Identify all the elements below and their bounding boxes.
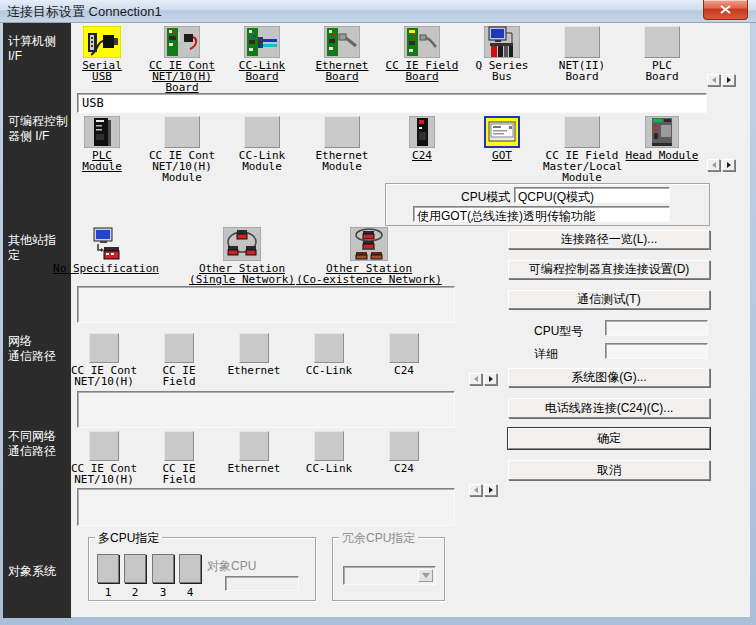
scroll-right-icon[interactable] — [484, 373, 497, 385]
chevron-down-icon — [418, 569, 433, 582]
multi-cpu-slot-number: 1 — [97, 586, 119, 599]
c24-route-icon — [389, 333, 419, 363]
close-button[interactable] — [703, 0, 748, 20]
network-route-scroll — [469, 373, 497, 385]
cpu-mode-box: CPU模式 QCPU(Q模式) 使用GOT(总线连接)透明传输功能 — [385, 183, 710, 226]
redundant-cpu-select — [343, 566, 436, 585]
plc-if-item-ethernet-module: Ethernet Module — [303, 116, 381, 172]
scroll-left-icon[interactable] — [707, 159, 720, 171]
scroll-right-icon[interactable] — [722, 159, 735, 171]
multi-cpu-slot-2[interactable] — [124, 554, 146, 583]
other-station-no-specification[interactable]: No Specification — [41, 227, 171, 274]
plc-board-icon — [644, 26, 680, 58]
window-title: 连接目标设置 Connection1 — [7, 3, 162, 21]
network-route-cc-link: CC-Link — [292, 333, 366, 376]
got-icon[interactable] — [484, 116, 520, 148]
plc-direct-connection-button[interactable]: 可编程控制器直接连接设置(D) — [508, 260, 710, 279]
target-cpu-field — [225, 576, 299, 591]
redundant-cpu-group: 冗余CPU指定 — [332, 537, 445, 601]
pc-if-scroll — [707, 74, 735, 86]
pc-if-item-cc-link-board[interactable]: CC-Link Board — [223, 26, 301, 82]
multi-cpu-slot-3[interactable] — [152, 554, 174, 583]
plc-if-item-plc-module[interactable]: PLC Module — [63, 116, 141, 172]
diff-network-route-c24: C24 — [367, 431, 441, 474]
multi-cpu-slot-1[interactable] — [97, 554, 119, 583]
serial-usb-icon[interactable] — [83, 26, 121, 58]
scroll-left-icon[interactable] — [469, 484, 482, 496]
diff-network-route-listbox[interactable] — [77, 488, 455, 526]
network-route-c24: C24 — [367, 333, 441, 376]
cc-link-route-icon — [314, 333, 344, 363]
section-sidebar: 计算机侧 I/F 可编程控制 器侧 I/F 其他站指 定 网络 通信路径 不同网… — [3, 23, 71, 618]
network-route-cc-ie-field: CC IE Field — [142, 333, 216, 387]
head-module-icon[interactable] — [645, 116, 679, 148]
cc-link-board-icon[interactable] — [244, 26, 280, 58]
plc-if-scroll — [707, 159, 735, 171]
detail-field — [605, 343, 708, 359]
ethernet-board-icon[interactable] — [324, 26, 360, 58]
title-bar[interactable]: 连接目标设置 Connection1 — [0, 0, 756, 23]
ethernet-route-icon — [239, 431, 269, 461]
section-label-pc-if: 计算机侧 I/F — [8, 34, 70, 64]
multi-cpu-slot-4[interactable] — [179, 554, 201, 583]
c24-icon[interactable] — [409, 116, 435, 148]
cpu-mode-field: QCPU(Q模式) — [514, 187, 670, 203]
cc-ie-field-route-icon — [164, 333, 194, 363]
c24-route-icon — [389, 431, 419, 461]
network-route-listbox[interactable] — [77, 391, 455, 428]
connection-channel-list-button[interactable]: 连接路径一览(L)... — [508, 230, 710, 249]
dialog-body: 计算机侧 I/F 可编程控制 器侧 I/F 其他站指 定 网络 通信路径 不同网… — [3, 22, 750, 617]
section-label-network-route: 网络 通信路径 — [8, 334, 70, 364]
multi-cpu-title: 多CPU指定 — [95, 530, 162, 547]
cancel-button[interactable]: 取消 — [508, 460, 710, 480]
cc-ie-cont-route-icon — [89, 333, 119, 363]
pc-if-item-ethernet-board[interactable]: Ethernet Board — [303, 26, 381, 82]
scroll-right-icon[interactable] — [722, 74, 735, 86]
plc-if-item-cc-ie-cont-module: CC IE Cont NET/10(H) Module — [143, 116, 221, 183]
pc-if-item-serial-usb[interactable]: Serial USB — [63, 26, 141, 82]
diff-network-route-cc-link: CC-Link — [292, 431, 366, 474]
communication-test-button[interactable]: 通信测试(T) — [508, 290, 710, 309]
other-station-single-network-icon[interactable] — [223, 227, 261, 261]
scroll-left-icon[interactable] — [469, 373, 482, 385]
pc-if-item-plc-board: PLC Board — [623, 26, 701, 82]
section-label-diff-network-route: 不同网络 通信路径 — [8, 429, 70, 459]
detail-label: 详细 — [534, 346, 558, 363]
q-series-bus-icon[interactable] — [484, 26, 520, 58]
cc-ie-field-board-icon[interactable] — [404, 26, 440, 58]
pc-if-item-q-series-bus[interactable]: Q Series Bus — [463, 26, 541, 82]
ethernet-module-icon — [324, 116, 360, 148]
plc-if-item-head-module[interactable]: Head Module — [623, 116, 701, 161]
section-label-plc-if: 可编程控制 器侧 I/F — [8, 114, 70, 144]
got-transparent-field: 使用GOT(总线连接)透明传输功能 — [413, 206, 670, 222]
scroll-left-icon[interactable] — [707, 74, 720, 86]
cc-ie-field-route-icon — [164, 431, 194, 461]
no-specification-icon[interactable] — [87, 227, 125, 261]
phone-line-connection-button[interactable]: 电话线路连接(C24)(C)... — [508, 398, 710, 418]
redundant-cpu-title: 冗余CPU指定 — [339, 530, 418, 547]
system-image-button[interactable]: 系统图像(G)... — [508, 368, 710, 387]
plc-if-item-c24[interactable]: C24 — [383, 116, 461, 161]
plc-if-item-got[interactable]: GOT — [463, 116, 541, 161]
diff-network-route-cc-ie-field: CC IE Field — [142, 431, 216, 485]
other-station-coexistence-network-icon[interactable] — [350, 227, 388, 261]
diff-network-route-scroll — [469, 484, 497, 496]
plc-module-icon[interactable] — [84, 116, 120, 148]
multi-cpu-slot-number: 2 — [124, 586, 146, 599]
target-cpu-label: 对象CPU — [207, 558, 256, 575]
pc-if-interface-field[interactable]: USB — [77, 93, 707, 113]
cc-ie-field-module-icon — [564, 116, 600, 148]
close-icon — [720, 5, 731, 14]
cc-ie-cont-board-icon[interactable] — [164, 26, 200, 58]
multi-cpu-group: 多CPU指定 1 2 3 4 对象CPU — [88, 537, 316, 601]
cc-ie-cont-module-icon — [164, 116, 200, 148]
ethernet-route-icon — [239, 333, 269, 363]
scroll-right-icon[interactable] — [484, 484, 497, 496]
net2-board-icon — [564, 26, 600, 58]
pc-if-item-cc-ie-field-board[interactable]: CC IE Field Board — [383, 26, 461, 82]
pc-if-item-cc-ie-cont-board[interactable]: CC IE Cont NET/10(H) Board — [143, 26, 221, 93]
network-route-cc-ie-cont: CC IE Cont NET/10(H) — [67, 333, 141, 387]
ok-button[interactable]: 确定 — [508, 428, 710, 449]
other-station-listbox[interactable] — [77, 286, 455, 323]
other-station-coexistence-network[interactable]: Other Station (Co-existence Network) — [274, 227, 464, 285]
